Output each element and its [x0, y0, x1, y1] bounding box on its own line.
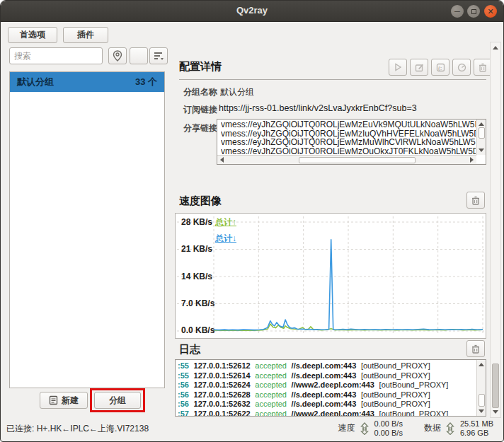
new-button-label: 新建 — [62, 395, 79, 407]
log-destination: //s.deepl.com:443 — [292, 371, 357, 380]
log-status: accepted — [255, 409, 287, 416]
new-connection-button[interactable]: 新建 — [40, 392, 88, 409]
scrollbar-thumb[interactable] — [299, 157, 416, 163]
subscription-label: 订阅链接 — [183, 104, 217, 116]
scrollbar-thumb[interactable] — [492, 364, 499, 408]
group-name: 默认分组 — [17, 76, 54, 88]
y-axis-tick: 7.0 KB/s — [181, 298, 214, 308]
connect-button[interactable] — [389, 59, 407, 76]
group-button-label: 分组 — [109, 395, 126, 407]
group-list-item-default[interactable]: 默认分组 33 个 — [10, 72, 164, 92]
share-vertical-scrollbar[interactable] — [476, 120, 486, 155]
group-button[interactable]: 分组 — [94, 392, 141, 409]
close-button[interactable]: ✕ — [484, 5, 497, 18]
log-row: :55 127.0.0.1:52612 accepted //s.deepl.c… — [178, 361, 476, 371]
speed-values: 0.00 B/s 0.00 B/s — [374, 419, 403, 437]
log-destination: //s.deepl.com:443 — [292, 361, 357, 370]
details-title: 配置详情 — [179, 60, 222, 74]
edit-json-button[interactable]: (: — [431, 59, 449, 76]
scroll-left-arrow[interactable] — [220, 157, 224, 163]
log-status: accepted — [255, 371, 287, 380]
log-ip: 127.0.0.1:52614 — [194, 371, 251, 380]
bottom-statusbar: 速度 0.00 B/s 0.00 B/s 数据 25.51 MB 6.96 GB — [338, 419, 493, 437]
scroll-up-arrow[interactable] — [493, 46, 498, 50]
log-status: accepted — [255, 380, 287, 389]
log-viewer[interactable]: :55 127.0.0.1:52612 accepted //s.deepl.c… — [175, 359, 486, 417]
main-scrollbar[interactable] — [490, 42, 501, 418]
log-row: :57 127.0.0.1:52622 accepted //www2.deep… — [178, 409, 476, 416]
log-time: :56 — [178, 400, 189, 408]
blank-button[interactable] — [130, 47, 148, 64]
log-title: 日志 — [179, 343, 200, 356]
group-name-value: 默认分组 — [220, 86, 254, 98]
preferences-button[interactable]: 首选项 — [8, 27, 57, 43]
log-outbound-tag: [outBound_PROXY] — [361, 361, 430, 370]
log-destination: //s.deepl.com:443 — [292, 390, 357, 399]
log-outbound-tag: [outBound_PROXY] — [361, 400, 430, 408]
json-braces-icon: (: — [436, 63, 445, 72]
latency-gauge-icon — [457, 63, 466, 72]
log-ip: 127.0.0.1:52628 — [194, 390, 251, 399]
sort-button[interactable] — [149, 47, 168, 64]
log-time: :55 — [178, 371, 189, 380]
log-vertical-scrollbar[interactable] — [476, 360, 486, 416]
window-title: Qv2ray — [1, 5, 503, 16]
scroll-down-arrow[interactable] — [479, 149, 484, 152]
up-down-arrows-icon — [445, 422, 456, 435]
scroll-right-arrow[interactable] — [470, 157, 474, 163]
log-outbound-tag: [outBound_PROXY] — [361, 390, 430, 399]
speed-down-value: 0.00 B/s — [374, 429, 403, 438]
share-links-text: vmess://eyJhZGQiOiJTQ0ROLjEwMzEuVk9MQUtU… — [221, 120, 476, 154]
plugins-button[interactable]: 插件 — [63, 27, 108, 43]
data-values: 25.51 MB 6.96 GB — [460, 419, 493, 437]
speed-up-value: 0.00 B/s — [374, 419, 403, 429]
latency-test-button[interactable] — [452, 59, 471, 76]
log-ip: 127.0.0.1:52622 — [194, 409, 251, 416]
log-destination: //www2.deepl.com:443 — [292, 409, 374, 416]
section-divider — [179, 79, 486, 80]
scroll-up-arrow[interactable] — [479, 363, 484, 366]
data-label: 数据 — [424, 422, 441, 434]
location-pin-button[interactable] — [108, 47, 127, 64]
connection-status: 已连接: H+.HK←IPLC←上海.VI72138 — [6, 423, 149, 435]
maximize-button[interactable] — [467, 5, 480, 18]
log-ip: 127.0.0.1:52632 — [194, 400, 251, 408]
y-axis-tick: 0.0 KB/s — [181, 325, 214, 335]
clear-graph-button[interactable] — [466, 192, 485, 209]
scroll-down-arrow[interactable] — [479, 409, 484, 413]
trash-icon — [471, 344, 480, 354]
group-count-badge: 33 个 — [135, 76, 157, 88]
scrollbar-thumb[interactable] — [479, 394, 485, 407]
search-input[interactable] — [9, 47, 103, 64]
log-status: accepted — [255, 400, 287, 408]
share-horizontal-scrollbar[interactable] — [217, 155, 476, 164]
edit-pencil-icon — [415, 63, 424, 72]
scrollbar-thumb[interactable] — [479, 127, 485, 139]
location-pin-icon — [113, 50, 122, 62]
new-document-icon — [49, 395, 58, 405]
log-row: :56 127.0.0.1:52624 accepted //www2.deep… — [178, 380, 476, 390]
data-up-value: 25.51 MB — [460, 419, 493, 429]
legend-total-download[interactable]: 总计↓ — [215, 233, 236, 245]
qv2ray-window: Qv2ray ─ ✕ 首选项 插件 默认分组 33 个 新建 分组 已连接: H… — [0, 0, 504, 442]
clear-log-button[interactable] — [466, 340, 485, 357]
minimize-button[interactable]: ─ — [451, 5, 464, 18]
log-time: :55 — [178, 361, 189, 370]
svg-text:(:: (: — [438, 64, 442, 71]
edit-button[interactable] — [410, 59, 428, 76]
share-links-textarea[interactable]: vmess://eyJhZGQiOiJTQ0ROLjEwMzEuVk9MQUtU… — [217, 119, 486, 165]
legend-total-upload[interactable]: 总计↑ — [215, 216, 236, 228]
log-time: :56 — [178, 380, 189, 389]
y-axis-tick: 28 KB/s — [181, 217, 212, 227]
log-outbound-tag: [outBound_PROXY] — [361, 371, 430, 380]
maximize-icon — [471, 9, 476, 14]
group-name-label: 分组名称 — [183, 86, 217, 98]
scroll-down-arrow[interactable] — [493, 410, 498, 414]
scroll-up-arrow[interactable] — [479, 122, 484, 126]
up-down-arrows-icon — [360, 422, 370, 435]
y-axis-tick: 21 KB/s — [181, 244, 212, 254]
subscription-url: https://jj-rss-01.best/link/v2sLvaJyxkrE… — [219, 103, 417, 113]
log-destination: //s.deepl.com:443 — [292, 400, 357, 408]
trash-icon — [479, 63, 487, 72]
log-row: :56 127.0.0.1:52632 accepted //s.deepl.c… — [178, 400, 476, 409]
